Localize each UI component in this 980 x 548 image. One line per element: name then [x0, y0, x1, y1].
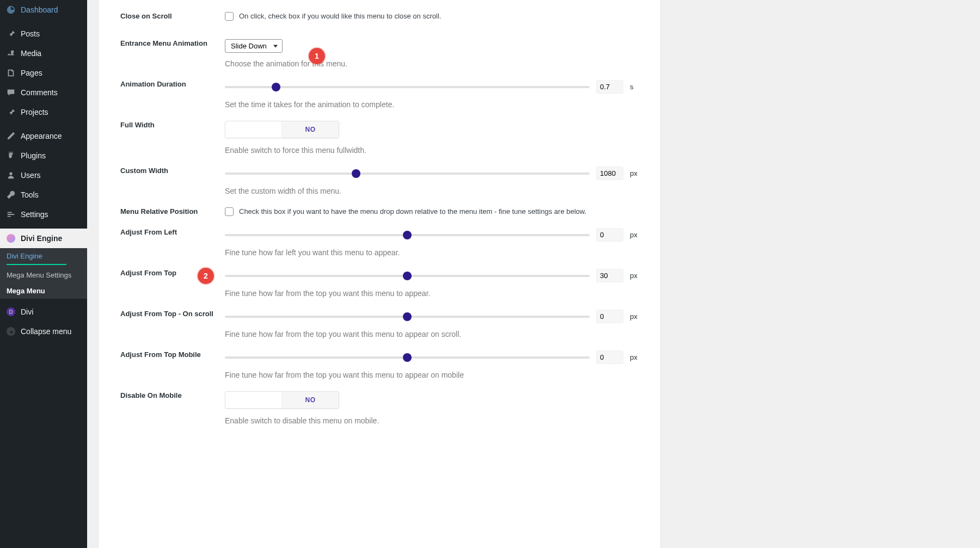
input-adjust-left[interactable]: 0 [596, 228, 623, 242]
media-icon [5, 48, 16, 59]
sidebar-item-plugins[interactable]: Plugins [0, 146, 87, 165]
input-animation-duration[interactable]: 0.7 [596, 80, 623, 94]
sidebar-submenu-divi-engine: Divi Engine Mega Menu Settings Mega Menu [0, 248, 87, 299]
desc-animation-duration: Set the time it takes for the animation … [225, 100, 639, 109]
user-icon [5, 170, 16, 181]
slider-thumb[interactable] [352, 169, 360, 178]
slider-adjust-top-mobile[interactable] [225, 356, 590, 359]
checkbox-close-on-scroll[interactable] [225, 12, 234, 21]
sidebar-item-dashboard[interactable]: Dashboard [0, 0, 87, 20]
input-custom-width[interactable]: 1080 [596, 167, 623, 180]
sidebar-label: Settings [21, 210, 48, 219]
sidebar-item-collapse[interactable]: ◄ Collapse menu [0, 322, 87, 341]
pages-icon [5, 67, 16, 78]
sidebar-label: Comments [21, 88, 58, 97]
field-adjust-top: Adjust From Top 30 px Fine tune how far … [120, 257, 639, 298]
slider-animation-duration[interactable] [225, 86, 590, 88]
sidebar-item-divi[interactable]: D Divi [0, 302, 87, 322]
pin-icon [5, 107, 16, 118]
wp-admin-sidebar: Dashboard Posts Media Pages Comments Pro… [0, 0, 87, 548]
plug-icon [5, 150, 16, 161]
sidebar-item-appearance[interactable]: Appearance [0, 126, 87, 146]
pin-icon [5, 28, 16, 39]
sidebar-label: Media [21, 49, 41, 58]
input-adjust-top-scroll[interactable]: 0 [596, 310, 623, 323]
input-adjust-top-mobile[interactable]: 0 [596, 350, 623, 364]
unit-label: px [630, 231, 639, 239]
collapse-icon: ◄ [5, 326, 16, 337]
sidebar-label: Projects [21, 108, 48, 116]
checkbox-label-relative-position: Check this box if you want to have the m… [239, 207, 586, 215]
slider-adjust-top[interactable] [225, 275, 590, 277]
slider-thumb[interactable] [272, 83, 280, 91]
desc-entrance-animation: Choose the animation for this menu. [225, 59, 639, 68]
sidebar-label: Plugins [21, 151, 46, 160]
toggle-side-no[interactable]: NO [282, 121, 339, 138]
desc-full-width: Enable switch to force this menu fullwid… [225, 146, 639, 155]
slider-thumb[interactable] [403, 312, 412, 321]
unit-label: px [630, 169, 639, 177]
label-close-on-scroll: Close on Scroll [120, 12, 225, 20]
slider-adjust-top-scroll[interactable] [225, 316, 590, 318]
desc-adjust-top-mobile: Fine tune how far from the top you want … [225, 371, 639, 379]
label-disable-mobile: Disable On Mobile [120, 391, 225, 399]
sidebar-item-media[interactable]: Media [0, 44, 87, 63]
label-custom-width: Custom Width [120, 167, 225, 175]
select-entrance-animation[interactable]: Slide Down [225, 39, 283, 53]
input-adjust-top[interactable]: 30 [596, 269, 623, 282]
sidebar-item-users[interactable]: Users [0, 165, 87, 185]
submenu-item-divi-engine[interactable]: Divi Engine [0, 248, 87, 264]
sidebar-item-pages[interactable]: Pages [0, 63, 87, 83]
field-animation-duration: Animation Duration 0.7 s Set the time it… [120, 68, 639, 109]
field-full-width: Full Width NO Enable switch to force thi… [120, 109, 639, 155]
annotation-badge-2: 2 [198, 268, 214, 284]
sidebar-label: Posts [21, 29, 40, 38]
select-value: Slide Down [231, 42, 267, 50]
slider-thumb[interactable] [403, 353, 412, 362]
submenu-item-mega-menu-settings[interactable]: Mega Menu Settings [0, 267, 87, 283]
checkbox-relative-position[interactable] [225, 207, 234, 216]
field-adjust-left: Adjust From Left 0 px Fine tune how far … [120, 216, 639, 257]
settings-panel: Close on Scroll On click, check box if y… [98, 0, 661, 548]
submenu-item-mega-menu[interactable]: Mega Menu [0, 283, 87, 299]
sidebar-item-posts[interactable]: Posts [0, 24, 87, 44]
desc-adjust-top: Fine tune how far from the top you want … [225, 289, 639, 298]
label-entrance-animation: Entrance Menu Animation [120, 39, 225, 47]
desc-adjust-left: Fine tune how far left you want this men… [225, 248, 639, 257]
slider-custom-width[interactable] [225, 173, 590, 175]
sidebar-label: Dashboard [21, 5, 58, 14]
toggle-side-no[interactable]: NO [282, 392, 339, 408]
comments-icon [5, 87, 16, 98]
label-full-width: Full Width [120, 121, 225, 129]
toggle-side-yes[interactable] [225, 121, 282, 138]
sidebar-label: Divi Engine [21, 234, 62, 243]
label-adjust-top-scroll: Adjust From Top - On scroll [120, 310, 225, 318]
main-content: Close on Scroll On click, check box if y… [87, 0, 980, 548]
sidebar-item-divi-engine[interactable]: Divi Engine [0, 229, 87, 248]
sidebar-item-settings[interactable]: Settings [0, 205, 87, 224]
unit-label: s [630, 83, 639, 91]
divi-icon: D [5, 306, 16, 317]
unit-label: px [630, 272, 639, 280]
toggle-side-yes[interactable] [225, 392, 282, 408]
sidebar-item-tools[interactable]: Tools [0, 185, 87, 205]
toggle-full-width[interactable]: NO [225, 121, 339, 138]
sidebar-label: Appearance [21, 132, 62, 140]
sidebar-label: Tools [21, 190, 39, 199]
slider-thumb[interactable] [403, 272, 412, 280]
unit-label: px [630, 312, 639, 321]
sliders-icon [5, 209, 16, 220]
sidebar-item-comments[interactable]: Comments [0, 83, 87, 102]
label-relative-position: Menu Relative Position [120, 207, 225, 215]
wrench-icon [5, 189, 16, 200]
dashboard-icon [5, 4, 16, 15]
sidebar-item-projects[interactable]: Projects [0, 102, 87, 122]
field-close-on-scroll: Close on Scroll On click, check box if y… [120, 0, 639, 21]
desc-disable-mobile: Enable switch to disable this menu on mo… [225, 416, 639, 425]
slider-adjust-left[interactable] [225, 234, 590, 236]
slider-thumb[interactable] [403, 231, 412, 239]
divi-engine-icon [5, 233, 16, 244]
brush-icon [5, 131, 16, 141]
toggle-disable-mobile[interactable]: NO [225, 391, 339, 409]
field-entrance-animation: Entrance Menu Animation Slide Down Choos… [120, 21, 639, 68]
